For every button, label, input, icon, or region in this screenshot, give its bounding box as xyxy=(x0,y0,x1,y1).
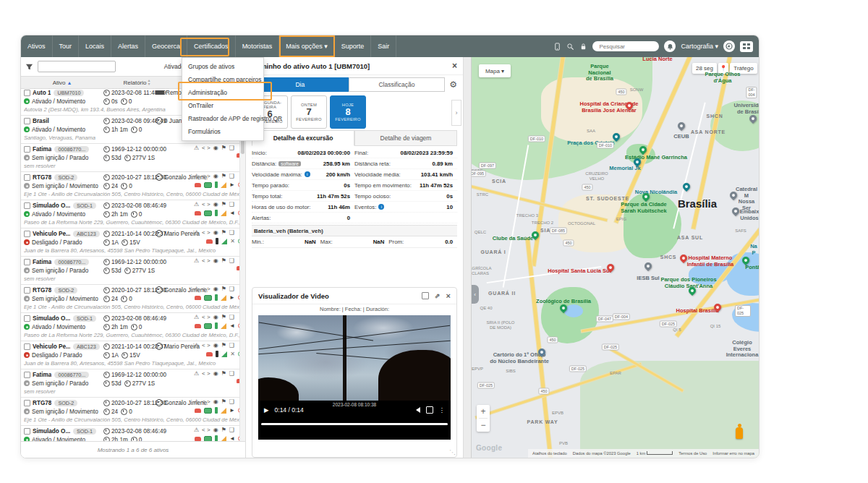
alert-icon[interactable]: ⚠ xyxy=(194,342,199,349)
nav-item-certificados[interactable]: Certificados xyxy=(187,35,236,57)
video-frame[interactable]: 2023-02-08 08:10:38 ▶ 0:14 / 0:14 ⋮ xyxy=(258,315,451,440)
flag-icon[interactable]: ⚑ xyxy=(221,370,226,377)
row-checkbox[interactable] xyxy=(24,146,30,153)
nav-item-motoristas[interactable]: Motoristas xyxy=(236,35,280,57)
alert-icon[interactable]: ⚠ xyxy=(194,427,199,433)
eye-icon[interactable]: ◉ xyxy=(213,257,218,264)
date-card-8[interactable]: HOJE8FEVEREIRO xyxy=(330,95,366,129)
nav-item-suporte[interactable]: Suporte xyxy=(335,35,372,57)
asset-row[interactable]: Simulado O...SOD-12023-02-08 08:46:49⚠< … xyxy=(21,313,245,341)
play-button[interactable]: ▶ xyxy=(264,406,269,414)
resize-handle[interactable]: ⋰ xyxy=(449,450,456,456)
row-checkbox[interactable] xyxy=(24,428,30,435)
zoom-out-button[interactable]: − xyxy=(477,419,490,432)
map-pin-gray[interactable] xyxy=(728,190,739,200)
eye-icon[interactable]: ◉ xyxy=(213,201,218,208)
chat-icon[interactable]: ❑ xyxy=(229,314,234,320)
flag-icon[interactable]: ⚑ xyxy=(221,229,226,236)
nav-item-sair[interactable]: Sair xyxy=(371,35,396,57)
flag-icon[interactable]: ⚑ xyxy=(221,398,226,405)
next-date-chevron[interactable]: › xyxy=(451,100,461,126)
row-checkbox[interactable] xyxy=(24,315,30,322)
menu-item-compartilhe-com-parceiros[interactable]: Compartilhe com parceiros xyxy=(182,73,263,86)
minimize-icon[interactable] xyxy=(422,292,429,299)
flag-icon[interactable]: ⚑ xyxy=(221,286,226,292)
map-pin-hosp[interactable] xyxy=(712,302,723,312)
asset-search-input[interactable] xyxy=(38,61,116,72)
column-relatorio[interactable]: Relatório▴▾ xyxy=(103,79,170,86)
row-checkbox[interactable] xyxy=(24,259,30,265)
menu-item-ontrailer[interactable]: OnTrailer xyxy=(182,99,263,112)
code-icon[interactable]: < > xyxy=(202,398,210,405)
chat-icon[interactable]: ❑ xyxy=(229,229,234,236)
asset-row[interactable]: Fatima00086770...1969-12-12 00:00:00⚠< >… xyxy=(21,144,245,172)
eye-icon[interactable]: ◉ xyxy=(213,286,218,292)
expand-icon[interactable]: ⇗ xyxy=(435,292,441,299)
nav-item-alertas[interactable]: Alertas xyxy=(111,35,145,57)
menu-item-grupos-de-ativos[interactable]: Grupos de ativos xyxy=(182,60,263,73)
zoom-in-button[interactable]: + xyxy=(477,405,490,418)
row-checkbox[interactable] xyxy=(24,372,30,378)
code-icon[interactable]: < > xyxy=(202,314,210,320)
close-icon[interactable]: × xyxy=(452,61,457,71)
map-pin-hosp[interactable] xyxy=(605,262,616,273)
video-progress-bar[interactable] xyxy=(261,423,448,425)
refresh-interval-button[interactable]: 28 seg xyxy=(692,63,717,74)
map-pin-gray[interactable] xyxy=(643,261,653,271)
grid-button[interactable] xyxy=(740,41,753,52)
lock-icon[interactable] xyxy=(579,43,587,51)
map-pin-gray[interactable] xyxy=(731,206,741,216)
alert-icon[interactable]: ⚠ xyxy=(194,370,199,377)
notifications-button[interactable] xyxy=(664,40,676,52)
search-pill[interactable] xyxy=(592,41,659,51)
flag-icon[interactable]: ⚑ xyxy=(221,427,226,433)
pegman-icon[interactable] xyxy=(736,427,743,439)
alert-icon[interactable]: ⚠ xyxy=(194,314,199,320)
flag-icon[interactable]: ⚑ xyxy=(221,173,226,179)
flag-icon[interactable]: ⚑ xyxy=(221,257,226,264)
code-icon[interactable]: < > xyxy=(202,286,210,292)
code-icon[interactable]: < > xyxy=(202,201,210,208)
eye-icon[interactable]: ◉ xyxy=(213,145,218,151)
alert-icon[interactable]: ⚠ xyxy=(194,145,199,151)
chat-icon[interactable]: ❑ xyxy=(229,201,234,208)
location-pin-button[interactable]: 📍 xyxy=(718,63,728,74)
asset-row[interactable]: Fatima00086770...1969-12-12 00:00:00⚠< >… xyxy=(21,369,245,398)
chat-icon[interactable]: ❑ xyxy=(229,370,234,377)
code-icon[interactable]: < > xyxy=(202,342,210,349)
code-icon[interactable]: < > xyxy=(202,173,210,179)
alert-icon[interactable]: ⚠ xyxy=(194,257,199,264)
nav-item-ativos[interactable]: Ativos xyxy=(21,35,53,57)
nav-item-locais[interactable]: Locais xyxy=(79,35,111,57)
code-icon[interactable]: < > xyxy=(202,427,210,433)
close-icon[interactable]: × xyxy=(446,291,451,300)
nav-item-geocerca[interactable]: Geocerca xyxy=(145,35,187,57)
cartography-select[interactable]: Cartografia ▾ xyxy=(681,43,718,50)
eye-icon[interactable]: ◉ xyxy=(213,427,218,433)
asset-row[interactable]: RTG78SOD-22020-10-27 18:12:30Gonzalo Jim… xyxy=(21,172,245,200)
info-icon[interactable]: i xyxy=(378,204,384,210)
eye-icon[interactable]: ◉ xyxy=(213,314,218,320)
flag-icon[interactable]: ⚑ xyxy=(221,145,226,151)
video-menu-icon[interactable]: ⋮ xyxy=(439,406,446,414)
row-checkbox[interactable] xyxy=(24,231,30,237)
chat-icon[interactable]: ❑ xyxy=(229,173,234,179)
asset-row[interactable]: Simulado O...SOD-12023-02-08 08:46:49⚠< … xyxy=(21,426,245,442)
chat-icon[interactable]: ❑ xyxy=(229,145,234,151)
menu-item-rastreador-de-app-de-registro-qr[interactable]: Rastreador de APP de registro QR xyxy=(182,112,263,125)
map-panel[interactable]: ‹ Mapa ▾ 28 seg 📍 Tráfego + − Google Ata… xyxy=(471,57,759,458)
tab-detalhe-excursao[interactable]: Detalhe da excursão xyxy=(252,130,354,146)
info-icon[interactable]: i xyxy=(305,171,310,177)
eye-icon[interactable]: ◉ xyxy=(213,173,218,179)
alert-icon[interactable]: ⚠ xyxy=(194,398,199,405)
flag-icon[interactable]: ⚑ xyxy=(221,314,226,320)
asset-row[interactable]: Vehiculo Pe...ABC1232021-10-14 00:23:37M… xyxy=(21,228,245,257)
tab-dia[interactable]: Dia xyxy=(252,77,349,92)
fullscreen-icon[interactable] xyxy=(426,406,433,414)
code-icon[interactable]: < > xyxy=(202,370,210,377)
eye-icon[interactable]: ◉ xyxy=(213,342,218,349)
alert-icon[interactable]: ⚠ xyxy=(194,229,199,236)
row-checkbox[interactable] xyxy=(24,287,30,294)
asset-row[interactable]: RTG78SOD-22020-10-27 18:12:30Gonzalo Jim… xyxy=(21,398,245,426)
attribution-item[interactable]: Atalhos do teclado xyxy=(532,451,567,456)
